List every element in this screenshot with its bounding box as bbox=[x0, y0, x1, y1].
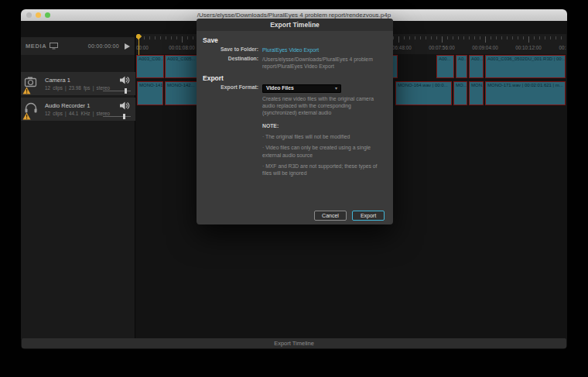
save-section-heading: Save bbox=[203, 36, 385, 44]
ruler-tick bbox=[149, 36, 150, 39]
ruler-tick bbox=[431, 36, 432, 39]
ruler-tick bbox=[436, 36, 437, 39]
traffic-lights bbox=[26, 9, 50, 21]
ruler-tick bbox=[160, 36, 161, 39]
ruler-timecode: 00:01:08:00 bbox=[169, 45, 194, 50]
ruler-tick bbox=[518, 36, 518, 39]
volume-slider[interactable] bbox=[103, 91, 131, 91]
ruler-tick bbox=[442, 36, 443, 43]
close-button[interactable] bbox=[26, 12, 32, 18]
audio-clip[interactable]: MON... bbox=[469, 81, 484, 105]
ruler-tick bbox=[447, 36, 448, 39]
screen: /Users/elysse/Downloads/PluralEyes 4 pro… bbox=[0, 0, 588, 377]
video-clip[interactable]: A0... bbox=[456, 55, 467, 78]
media-panel-header: MEDIA 00:00:00:00 bbox=[21, 37, 135, 55]
export-button[interactable]: Export bbox=[352, 211, 385, 221]
clip-label: MO... bbox=[454, 82, 467, 88]
ruler-tick bbox=[550, 36, 551, 39]
zoom-button[interactable] bbox=[45, 12, 50, 18]
save-to-folder-link[interactable]: PluralEyes Video Export bbox=[262, 47, 319, 53]
video-clip[interactable]: A00... bbox=[469, 55, 484, 78]
audio-clip[interactable]: MONO-141... bbox=[137, 81, 163, 105]
clip-label: MON... bbox=[470, 82, 483, 88]
track-info: Audio Recorder 1 12 clips | 44.1 KHz | s… bbox=[43, 102, 101, 116]
ruler-tick bbox=[485, 36, 486, 43]
ruler-tick bbox=[171, 36, 172, 39]
destination-label: Destination: bbox=[203, 56, 262, 70]
ruler-tick bbox=[463, 36, 464, 39]
clip-label: MONO-141... bbox=[138, 82, 162, 88]
export-format-select[interactable]: Video Files ▾ bbox=[262, 84, 341, 93]
dialog-buttons: Cancel Export bbox=[314, 211, 385, 221]
ruler-tick bbox=[398, 36, 399, 43]
note-item: · Video files can only be created using … bbox=[262, 144, 385, 158]
export-timeline-button[interactable]: Export Timeline bbox=[22, 338, 566, 348]
window-title: /Users/elysse/Downloads/PluralEyes 4 pro… bbox=[21, 12, 567, 19]
format-description: Creates new video files with the origina… bbox=[262, 95, 385, 117]
video-clip[interactable]: A003_C00... bbox=[136, 55, 164, 78]
ruler-tick bbox=[480, 36, 480, 39]
cancel-button[interactable]: Cancel bbox=[314, 211, 347, 221]
track-details: 12 clips | 44.1 KHz | stereo bbox=[45, 111, 101, 116]
track-name: Audio Recorder 1 bbox=[45, 102, 101, 109]
clip-label: A00... bbox=[470, 56, 483, 62]
video-clip[interactable]: A003_C005... bbox=[165, 55, 197, 78]
warning-triangle-icon bbox=[22, 112, 31, 120]
clip-label: A0... bbox=[456, 56, 467, 62]
volume-slider[interactable] bbox=[103, 116, 131, 117]
speaker-icon[interactable] bbox=[120, 76, 130, 84]
export-format-value: Video Files bbox=[266, 84, 294, 91]
chevron-down-icon: ▾ bbox=[335, 86, 337, 91]
playhead-marker[interactable] bbox=[136, 34, 142, 39]
ruler-tick bbox=[474, 36, 475, 39]
video-clip[interactable]: A003_C036_0502DU_001.R3D | 00:... bbox=[485, 55, 566, 78]
ruler-tick bbox=[144, 36, 145, 39]
warning-triangle-icon bbox=[22, 87, 31, 94]
ruler-timecode: 00:07:56:00 bbox=[429, 45, 454, 50]
ruler-tick bbox=[182, 36, 183, 43]
volume-slider-handle[interactable] bbox=[123, 114, 125, 119]
speaker-icon[interactable] bbox=[120, 101, 130, 110]
monitor-icon bbox=[50, 43, 58, 50]
ruler-timecode: 00:10:12:00 bbox=[515, 45, 541, 50]
ruler-tick bbox=[458, 36, 459, 39]
play-icon[interactable] bbox=[125, 43, 130, 50]
ruler-tick bbox=[166, 36, 166, 39]
audio-clip[interactable]: MO... bbox=[453, 81, 467, 105]
track-audio-controls bbox=[101, 98, 132, 121]
minimize-button[interactable] bbox=[36, 12, 41, 18]
ruler-tick bbox=[193, 36, 193, 39]
media-panel: MEDIA 00:00:00:00 bbox=[21, 37, 135, 339]
note-item: · The original files will not be modifie… bbox=[262, 133, 385, 140]
export-section-heading: Export bbox=[203, 74, 385, 82]
note-heading: NOTE: bbox=[262, 122, 385, 129]
ruler-tick bbox=[187, 36, 188, 39]
audio-clip[interactable]: MONO-171.wav | 00:02:01.621 | m... bbox=[485, 81, 566, 105]
media-timecode: 00:00:00:00 bbox=[88, 43, 119, 49]
volume-slider-handle[interactable] bbox=[125, 88, 127, 94]
ruler-timecode: 00:11:20:00 bbox=[559, 45, 566, 50]
dialog-title: Export Timeline bbox=[197, 19, 393, 31]
clip-label: A003_C00... bbox=[137, 56, 163, 62]
ruler-tick bbox=[426, 36, 426, 39]
ruler-tick bbox=[545, 36, 545, 39]
ruler-tick bbox=[534, 36, 535, 39]
audio-clip[interactable]: MONO-164.wav | 00:0... bbox=[395, 81, 452, 105]
media-panel-title: MEDIA bbox=[26, 43, 46, 50]
media-row-camera-1[interactable]: Camera 1 12 clips | 23.98 fps | stereo bbox=[21, 72, 135, 95]
destination-path: /Users/elysse/Downloads/PluralEyes 4 pro… bbox=[262, 56, 385, 70]
ruler-tick bbox=[528, 36, 529, 43]
media-row-audio-recorder-1[interactable]: Audio Recorder 1 12 clips | 44.1 KHz | s… bbox=[21, 98, 135, 121]
ruler-tick bbox=[523, 36, 524, 39]
clip-label: A003_C005... bbox=[166, 56, 197, 62]
ruler-tick bbox=[393, 36, 394, 39]
playhead-line[interactable] bbox=[138, 37, 139, 56]
ruler-tick bbox=[415, 36, 415, 39]
audio-clip[interactable]: MONO-142... bbox=[165, 81, 197, 105]
ruler-tick bbox=[469, 36, 470, 39]
video-clip[interactable]: A00... bbox=[436, 55, 454, 78]
ruler-tick bbox=[512, 36, 513, 39]
note-list: · The original files will not be modifie… bbox=[203, 133, 385, 177]
ruler-tick bbox=[409, 36, 410, 39]
clip-label: A003_C036_0502DU_001.R3D | 00:... bbox=[486, 56, 565, 62]
